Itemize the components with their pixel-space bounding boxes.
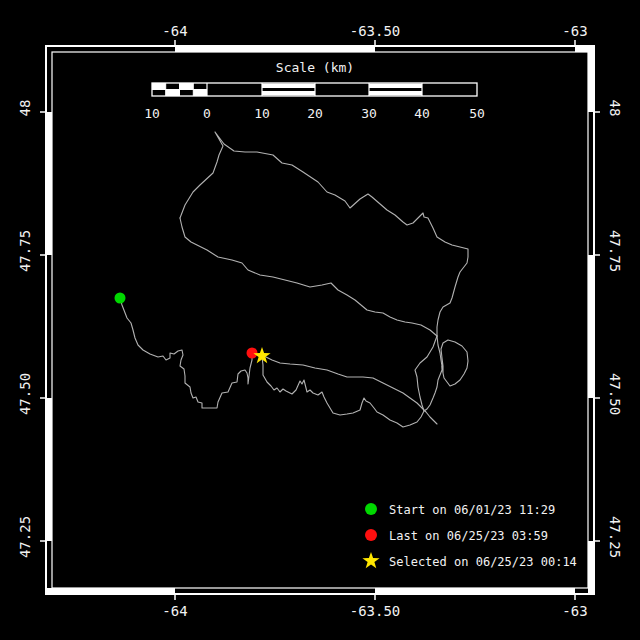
scale-tick-label: 0 (203, 106, 211, 121)
left-axis-label: 47.75 (17, 230, 33, 272)
track-markers (115, 293, 271, 364)
frame-band (47, 398, 52, 541)
right-axis-label: 47.50 (607, 373, 623, 415)
scale-tick-label: 30 (361, 106, 377, 121)
frame-band (588, 541, 593, 594)
checker-cell (180, 83, 194, 90)
scale-segment-stripe (262, 91, 315, 96)
right-axis-label: 47.25 (607, 516, 623, 558)
scale-tick-label: 40 (414, 106, 430, 121)
frame-band (588, 46, 593, 112)
start-marker (115, 293, 126, 304)
legend-start-label: Start on 06/01/23 11:29 (389, 503, 555, 517)
last-dot (247, 348, 258, 359)
scale-segment-stripe (369, 84, 422, 89)
legend-selected-star-wrap (362, 552, 379, 568)
left-axis-label: 48 (17, 100, 33, 117)
start-dot (115, 293, 126, 304)
last-marker (247, 348, 258, 359)
legend-last-dot (365, 529, 377, 541)
scale-segment-stripe (262, 84, 315, 89)
scale-tick-label: 10 (144, 106, 160, 121)
scale-tick-label: 20 (307, 106, 323, 121)
top-axis-label: -64 (162, 23, 187, 39)
map-canvas: -64 -63.50 -63 -64 -63.50 -63 48 47.75 4… (0, 0, 640, 640)
scale-segment-stripe (369, 91, 422, 96)
checker-cell (166, 90, 180, 97)
track-lines (120, 132, 468, 427)
legend-start-dot (365, 503, 377, 515)
scale-bar-title: Scale (km) (276, 60, 354, 75)
bottom-axis-label: -63 (562, 603, 587, 619)
trajectory-map: -64 -63.50 -63 -64 -63.50 -63 48 47.75 4… (0, 0, 640, 640)
bottom-axis-label: -63.50 (350, 603, 401, 619)
bottom-axis-label: -64 (162, 603, 187, 619)
frame-band (47, 112, 52, 255)
frame-band (46, 588, 175, 593)
legend-selected-star (362, 552, 379, 568)
track-segment (180, 132, 468, 336)
legend: Start on 06/01/23 11:29 Last on 06/25/23… (362, 503, 576, 569)
scale-bar: Scale (km) 10 0 10 20 30 40 50 (144, 60, 485, 121)
scale-tick-label: 50 (469, 106, 485, 121)
top-axis-label: -63 (562, 23, 587, 39)
legend-last-label: Last on 06/25/23 03:59 (389, 529, 548, 543)
right-axis-label: 47.75 (607, 230, 623, 272)
legend-selected-label: Selected on 06/25/23 00:14 (389, 555, 577, 569)
checker-cell (193, 90, 207, 97)
track-segment (262, 357, 442, 427)
frame-band (175, 47, 375, 52)
checker-cell (152, 83, 166, 90)
track-segment (437, 336, 468, 386)
track-segment (120, 298, 252, 408)
track-segment (180, 218, 437, 336)
top-axis-label: -63.50 (350, 23, 401, 39)
left-axis-label: 47.50 (17, 373, 33, 415)
frame-band (588, 255, 593, 398)
scale-tick-label: 10 (254, 106, 270, 121)
frame-band (375, 588, 575, 593)
right-axis-label: 48 (607, 100, 623, 117)
track-segment (415, 336, 437, 411)
left-axis-label: 47.25 (17, 516, 33, 558)
